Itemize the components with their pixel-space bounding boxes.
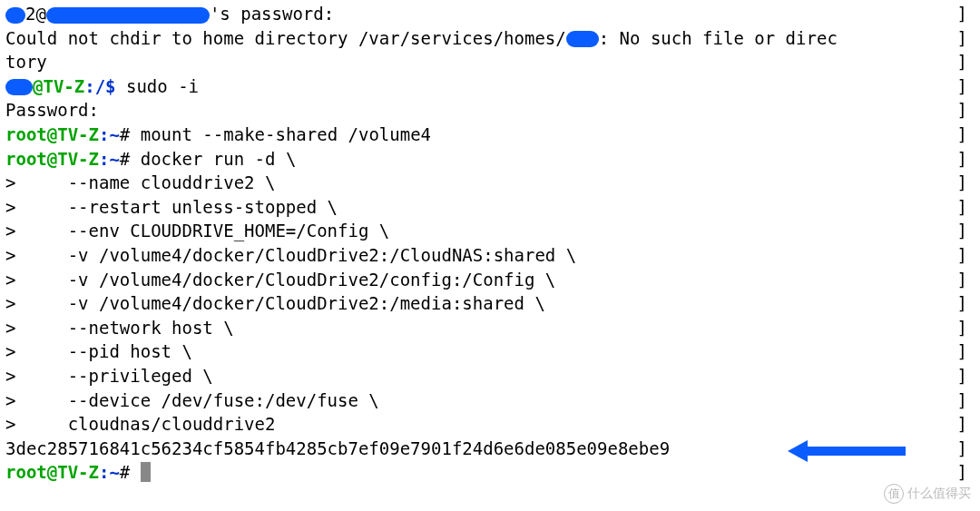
watermark: 值 什么值得买 <box>884 484 971 504</box>
terminal-prompt-line[interactable]: root@TV-Z:~# ] <box>5 460 975 485</box>
watermark-logo-icon: 值 <box>884 484 904 504</box>
prompt-hash: # <box>120 462 130 482</box>
command-text: mount --make-shared /volume4 <box>130 124 431 144</box>
terminal-line: > --env CLOUDDRIVE_HOME=/Config \] <box>5 219 975 243</box>
redacted-segment <box>566 31 599 47</box>
prompt-hash: # <box>120 124 130 144</box>
terminal-line: @TV-Z:/$ sudo -i] <box>5 74 975 99</box>
terminal-line: > --name clouddrive2 \] <box>5 171 975 195</box>
prompt-path: :~ <box>99 149 120 169</box>
prompt-user: root@TV-Z <box>5 462 99 482</box>
container-id-output: 3dec285716841c56234cf5854fb4285cb7ef09e7… <box>5 437 975 461</box>
terminal-line: > cloudnas/clouddrive2] <box>5 412 975 437</box>
prompt-path: :/$ <box>84 76 115 96</box>
redacted-segment <box>5 79 33 95</box>
prompt-user: root@TV-Z <box>5 149 99 169</box>
prompt-path: :~ <box>99 462 120 482</box>
terminal-line: > --network host \] <box>5 316 975 340</box>
terminal-line: Password:] <box>5 98 975 123</box>
terminal-line: > -v /volume4/docker/CloudDrive2:/media:… <box>5 291 975 316</box>
terminal-line: Could not chdir to home directory /var/s… <box>5 26 975 51</box>
command-text: sudo -i <box>116 76 200 96</box>
prompt-user: root@TV-Z <box>5 124 99 144</box>
command-text: docker run -d \ <box>130 149 296 169</box>
terminal-line: > --device /dev/fuse:/dev/fuse \] <box>5 388 975 413</box>
watermark-text: 什么值得买 <box>907 485 971 503</box>
terminal-line: > --restart unless-stopped \] <box>5 195 975 220</box>
terminal-line: 2@'s password:] <box>5 2 975 26</box>
prompt-user: @TV-Z <box>33 76 84 96</box>
prompt-path: :~ <box>99 124 120 144</box>
redacted-segment <box>5 7 25 24</box>
terminal-line: > --privileged \] <box>5 364 975 388</box>
terminal-line: > --pid host \] <box>5 339 975 364</box>
terminal-line: > -v /volume4/docker/CloudDrive2:/CloudN… <box>5 243 975 268</box>
terminal-line: root@TV-Z:~# mount --make-shared /volume… <box>5 123 975 147</box>
terminal-line: tory] <box>5 50 975 74</box>
terminal-line: root@TV-Z:~# docker run -d \] <box>5 147 975 172</box>
terminal-line: > -v /volume4/docker/CloudDrive2/config:… <box>5 268 975 292</box>
cursor-icon <box>141 462 151 482</box>
redacted-segment <box>46 7 210 24</box>
prompt-hash: # <box>120 149 130 169</box>
